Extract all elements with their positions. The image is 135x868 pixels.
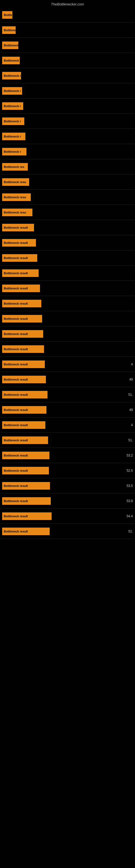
bar-label: Bottleneck r <box>4 150 21 153</box>
table-row: Bottleneck r <box>0 53 135 68</box>
table-row: Bottleneck result <box>0 281 135 296</box>
bar-container: Bottleneck result <box>2 467 120 474</box>
bar-container: Bottleneck result <box>2 300 120 307</box>
bar-label: Bottleneck result <box>4 530 28 533</box>
header: TheBottlenecker.com <box>0 0 135 7</box>
bar-label: Bottleneck result <box>4 378 28 381</box>
bar-container: Bottleneck result <box>2 482 120 490</box>
bar: Bottleneck result <box>2 497 51 505</box>
bar-container: Bottleneck r <box>2 148 120 155</box>
bar-label: Bottleneck result <box>4 499 28 503</box>
bar-container: Bottleneck result <box>2 406 120 414</box>
bar-label: Bottleneck result <box>4 408 28 411</box>
bar-label: Bottleneck result <box>4 256 28 259</box>
bar-container: Bottleneck result <box>2 376 120 383</box>
table-row: Bottleneck r <box>0 83 135 98</box>
bar-container: Bottleneck result <box>2 421 120 429</box>
bar-label: Bottleneck result <box>4 272 28 275</box>
table-row: Bottleneck <box>0 7 135 23</box>
bar-container: Bottleneck result <box>2 361 120 368</box>
bar-label: Bottleneck result <box>4 317 28 320</box>
table-row: Bottleneck resu <box>0 205 135 220</box>
bar: Bottleneck r <box>2 133 26 140</box>
bar: Bottleneck resu <box>2 209 32 216</box>
bar-value: 4 <box>122 423 133 427</box>
bar-container: Bottleneck result <box>2 513 120 520</box>
table-row: Bottleneck result49 <box>0 402 135 417</box>
bar-container: Bottleneck r <box>2 133 120 140</box>
bar-value: 52.5 <box>122 469 133 472</box>
bar-container: Bottleneck r <box>2 102 120 110</box>
bar: Bottleneck result <box>2 254 37 262</box>
table-row: Bottleneck res <box>0 159 135 175</box>
bar-label: Bottleneck resu <box>4 211 26 214</box>
bar: Bottleneck result <box>2 345 44 353</box>
bar: Bottleneck result <box>2 361 45 368</box>
bar-container: Bottleneck r <box>2 57 120 64</box>
table-row: Bottleneck resu <box>0 190 135 205</box>
bar: Bottleneck r <box>2 102 23 110</box>
bar-container: Bottleneck result <box>2 254 120 262</box>
bar-value: 53.2 <box>122 454 133 457</box>
bar-label: Bottleneck result <box>4 439 28 442</box>
bar: Bottleneck result <box>2 452 49 459</box>
bar-label: Bottleneck result <box>4 424 28 427</box>
bar: Bottleneck result <box>2 436 48 444</box>
bar-container: Bottleneck res <box>2 163 120 170</box>
bar-label: Bottleneck result <box>4 363 28 366</box>
bar: Bottleneck result <box>2 406 46 414</box>
bar-label: Bottleneck r <box>4 104 21 108</box>
table-row: Bottleneck result49 <box>0 372 135 387</box>
bar-container: Bottleneck result <box>2 284 120 292</box>
bar-label: Bottleneck resu <box>4 195 26 199</box>
bar-value: 52. <box>122 529 133 533</box>
bar: Bottleneck result <box>2 269 39 277</box>
bar-container: Bottleneck r <box>2 26 120 34</box>
bar-label: Bottleneck result <box>4 454 28 457</box>
bar-label: Bottleneck result <box>4 484 28 488</box>
bar-label: Bottleneck result <box>4 515 28 518</box>
bar-container: Bottleneck r <box>2 87 120 95</box>
table-row: Bottleneck result52. <box>0 524 135 539</box>
bar: Bottleneck result <box>2 482 50 490</box>
bar-label: Bottleneck result <box>4 302 28 305</box>
table-row: Bottleneck result53.2 <box>0 448 135 463</box>
bar-label: Bottleneck r <box>4 120 21 123</box>
bar-label: Bottleneck res <box>4 165 24 168</box>
bar-container: Bottleneck r <box>2 72 120 80</box>
bar: Bottleneck result <box>2 330 43 338</box>
table-row: Bottleneck result51. <box>0 433 135 448</box>
table-row: Bottleneck result <box>0 250 135 266</box>
bar-value: 4 <box>122 362 133 366</box>
bar-label: Bottleneck result <box>4 347 28 351</box>
bar-container: Bottleneck result <box>2 345 120 353</box>
bar-value: 49 <box>122 408 133 412</box>
bar: Bottleneck <box>2 11 12 19</box>
bar: Bottleneck result <box>2 315 42 322</box>
bar: Bottleneck result <box>2 391 48 399</box>
bar-container: Bottleneck <box>2 11 120 19</box>
bar: Bottleneck res <box>2 163 28 170</box>
bar-value: 51. <box>122 393 133 397</box>
bar-container: Bottleneck r <box>2 118 120 125</box>
bar: Bottleneck r <box>2 87 22 95</box>
bar: Bottleneck resu <box>2 178 29 186</box>
bar-container: Bottleneck resu <box>2 178 120 186</box>
bar: Bottleneck result <box>2 224 34 231</box>
bar-value: 51. <box>122 438 133 442</box>
bar-container: Bottleneck result <box>2 224 120 231</box>
bar-label: Bottleneck r <box>4 29 16 32</box>
bar: Bottleneck r <box>2 72 21 80</box>
bar: Bottleneck result <box>2 513 52 520</box>
bar-label: Bottleneck result <box>4 241 28 244</box>
bar-label: Bottleneck r <box>4 89 21 93</box>
bar: Bottleneck r <box>2 57 20 64</box>
bar-label: Bottleneck <box>4 13 12 17</box>
site-title: TheBottlenecker.com <box>0 0 135 7</box>
bar: Bottleneck r <box>2 118 24 125</box>
bar-label: Bottleneck result <box>4 332 28 336</box>
bar: Bottleneck result <box>2 528 50 535</box>
bar-container: Bottleneck result <box>2 330 120 338</box>
bar-label: Bottleneck result <box>4 469 28 472</box>
bar: Bottleneck result <box>2 300 41 307</box>
